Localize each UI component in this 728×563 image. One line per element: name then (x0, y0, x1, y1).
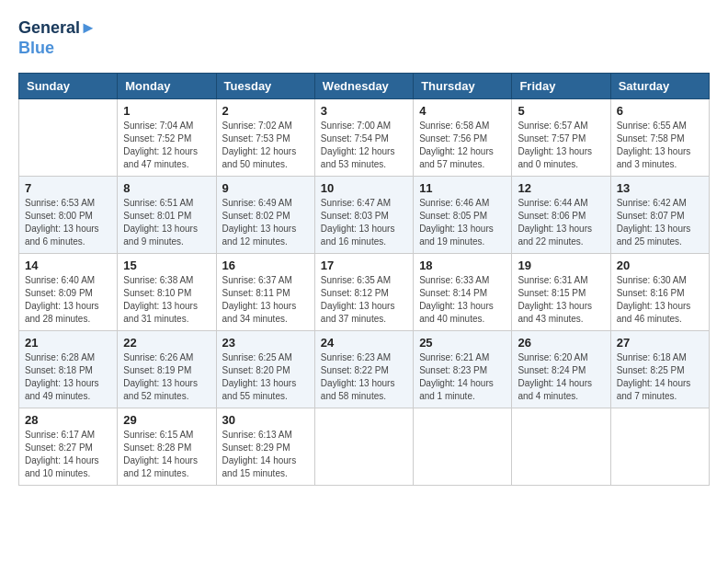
day-header-thursday: Thursday (414, 74, 512, 99)
day-number: 6 (617, 104, 703, 118)
day-number: 11 (419, 181, 506, 195)
calendar-cell: 1Sunrise: 7:04 AM Sunset: 7:52 PM Daylig… (118, 99, 216, 177)
day-info: Sunrise: 6:44 AM Sunset: 8:06 PM Dayligh… (518, 197, 604, 248)
day-info: Sunrise: 6:17 AM Sunset: 8:27 PM Dayligh… (25, 429, 111, 480)
day-number: 19 (518, 259, 604, 272)
day-info: Sunrise: 7:04 AM Sunset: 7:52 PM Dayligh… (123, 120, 210, 171)
day-header-friday: Friday (512, 74, 610, 99)
day-info: Sunrise: 6:53 AM Sunset: 8:00 PM Dayligh… (25, 197, 111, 248)
day-info: Sunrise: 6:49 AM Sunset: 8:02 PM Dayligh… (222, 197, 309, 248)
day-number: 14 (25, 259, 111, 272)
day-header-saturday: Saturday (610, 74, 709, 99)
day-number: 10 (321, 181, 407, 195)
day-number: 26 (518, 336, 604, 350)
day-number: 9 (222, 181, 309, 195)
day-info: Sunrise: 6:38 AM Sunset: 8:10 PM Dayligh… (123, 274, 210, 326)
calendar-cell: 15Sunrise: 6:38 AM Sunset: 8:10 PM Dayli… (118, 254, 216, 331)
day-number: 1 (123, 104, 210, 118)
calendar-cell: 2Sunrise: 7:02 AM Sunset: 7:53 PM Daylig… (216, 99, 314, 177)
day-info: Sunrise: 6:35 AM Sunset: 8:12 PM Dayligh… (321, 274, 407, 326)
day-info: Sunrise: 6:15 AM Sunset: 8:28 PM Dayligh… (123, 429, 210, 480)
calendar-week-2: 7Sunrise: 6:53 AM Sunset: 8:00 PM Daylig… (19, 177, 710, 254)
calendar-cell: 26Sunrise: 6:20 AM Sunset: 8:24 PM Dayli… (512, 331, 610, 408)
day-number: 20 (617, 259, 703, 272)
logo-text: General► (18, 18, 97, 39)
day-number: 30 (222, 413, 309, 427)
calendar-cell: 22Sunrise: 6:26 AM Sunset: 8:19 PM Dayli… (118, 331, 216, 408)
page-header: General► Blue (18, 18, 710, 58)
day-header-tuesday: Tuesday (216, 74, 314, 99)
day-info: Sunrise: 6:57 AM Sunset: 7:57 PM Dayligh… (518, 120, 604, 171)
calendar-cell: 28Sunrise: 6:17 AM Sunset: 8:27 PM Dayli… (19, 408, 118, 486)
calendar-cell: 23Sunrise: 6:25 AM Sunset: 8:20 PM Dayli… (216, 331, 314, 408)
day-number: 24 (321, 336, 407, 350)
day-info: Sunrise: 7:02 AM Sunset: 7:53 PM Dayligh… (222, 120, 309, 171)
calendar-cell: 14Sunrise: 6:40 AM Sunset: 8:09 PM Dayli… (19, 254, 118, 331)
day-number: 5 (518, 104, 604, 118)
calendar-cell: 10Sunrise: 6:47 AM Sunset: 8:03 PM Dayli… (314, 177, 413, 254)
calendar-cell: 30Sunrise: 6:13 AM Sunset: 8:29 PM Dayli… (216, 408, 314, 486)
day-info: Sunrise: 6:40 AM Sunset: 8:09 PM Dayligh… (25, 274, 111, 326)
calendar-cell (414, 408, 512, 486)
day-info: Sunrise: 6:20 AM Sunset: 8:24 PM Dayligh… (518, 351, 604, 403)
calendar-cell: 6Sunrise: 6:55 AM Sunset: 7:58 PM Daylig… (610, 99, 709, 177)
calendar-cell: 11Sunrise: 6:46 AM Sunset: 8:05 PM Dayli… (414, 177, 512, 254)
calendar-body: 1Sunrise: 7:04 AM Sunset: 7:52 PM Daylig… (19, 99, 710, 486)
day-info: Sunrise: 6:51 AM Sunset: 8:01 PM Dayligh… (123, 197, 210, 248)
day-info: Sunrise: 6:23 AM Sunset: 8:22 PM Dayligh… (321, 351, 407, 403)
calendar-cell: 13Sunrise: 6:42 AM Sunset: 8:07 PM Dayli… (610, 177, 709, 254)
day-info: Sunrise: 7:00 AM Sunset: 7:54 PM Dayligh… (321, 120, 407, 171)
day-info: Sunrise: 6:47 AM Sunset: 8:03 PM Dayligh… (321, 197, 407, 248)
calendar-cell: 9Sunrise: 6:49 AM Sunset: 8:02 PM Daylig… (216, 177, 314, 254)
day-info: Sunrise: 6:37 AM Sunset: 8:11 PM Dayligh… (222, 274, 309, 326)
day-number: 27 (617, 336, 703, 350)
calendar-cell (512, 408, 610, 486)
calendar-week-4: 21Sunrise: 6:28 AM Sunset: 8:18 PM Dayli… (19, 331, 710, 408)
day-number: 13 (617, 181, 703, 195)
logo: General► Blue (18, 18, 97, 58)
day-info: Sunrise: 6:28 AM Sunset: 8:18 PM Dayligh… (25, 351, 111, 403)
day-number: 12 (518, 181, 604, 195)
calendar-cell: 18Sunrise: 6:33 AM Sunset: 8:14 PM Dayli… (414, 254, 512, 331)
calendar-cell: 4Sunrise: 6:58 AM Sunset: 7:56 PM Daylig… (414, 99, 512, 177)
calendar-cell: 21Sunrise: 6:28 AM Sunset: 8:18 PM Dayli… (19, 331, 118, 408)
calendar-week-5: 28Sunrise: 6:17 AM Sunset: 8:27 PM Dayli… (19, 408, 710, 486)
calendar-cell: 27Sunrise: 6:18 AM Sunset: 8:25 PM Dayli… (610, 331, 709, 408)
calendar-week-3: 14Sunrise: 6:40 AM Sunset: 8:09 PM Dayli… (19, 254, 710, 331)
day-number: 2 (222, 104, 309, 118)
day-info: Sunrise: 6:58 AM Sunset: 7:56 PM Dayligh… (419, 120, 506, 171)
day-info: Sunrise: 6:46 AM Sunset: 8:05 PM Dayligh… (419, 197, 506, 248)
calendar-header-row: SundayMondayTuesdayWednesdayThursdayFrid… (19, 74, 710, 99)
calendar-cell: 19Sunrise: 6:31 AM Sunset: 8:15 PM Dayli… (512, 254, 610, 331)
day-info: Sunrise: 6:13 AM Sunset: 8:29 PM Dayligh… (222, 429, 309, 480)
logo-text2: Blue (18, 39, 97, 59)
day-number: 3 (321, 104, 407, 118)
day-info: Sunrise: 6:26 AM Sunset: 8:19 PM Dayligh… (123, 351, 210, 403)
day-info: Sunrise: 6:18 AM Sunset: 8:25 PM Dayligh… (617, 351, 703, 403)
calendar-cell (314, 408, 413, 486)
day-number: 18 (419, 259, 506, 272)
day-number: 4 (419, 104, 506, 118)
day-info: Sunrise: 6:55 AM Sunset: 7:58 PM Dayligh… (617, 120, 703, 171)
calendar-week-1: 1Sunrise: 7:04 AM Sunset: 7:52 PM Daylig… (19, 99, 710, 177)
day-number: 15 (123, 259, 210, 272)
day-number: 17 (321, 259, 407, 272)
day-info: Sunrise: 6:42 AM Sunset: 8:07 PM Dayligh… (617, 197, 703, 248)
day-info: Sunrise: 6:31 AM Sunset: 8:15 PM Dayligh… (518, 274, 604, 326)
day-number: 22 (123, 336, 210, 350)
calendar-cell: 5Sunrise: 6:57 AM Sunset: 7:57 PM Daylig… (512, 99, 610, 177)
day-number: 28 (25, 413, 111, 427)
calendar-cell: 20Sunrise: 6:30 AM Sunset: 8:16 PM Dayli… (610, 254, 709, 331)
day-number: 7 (25, 181, 111, 195)
calendar-cell: 7Sunrise: 6:53 AM Sunset: 8:00 PM Daylig… (19, 177, 118, 254)
calendar-cell: 3Sunrise: 7:00 AM Sunset: 7:54 PM Daylig… (314, 99, 413, 177)
day-info: Sunrise: 6:25 AM Sunset: 8:20 PM Dayligh… (222, 351, 309, 403)
day-info: Sunrise: 6:30 AM Sunset: 8:16 PM Dayligh… (617, 274, 703, 326)
calendar-cell: 24Sunrise: 6:23 AM Sunset: 8:22 PM Dayli… (314, 331, 413, 408)
calendar-cell: 16Sunrise: 6:37 AM Sunset: 8:11 PM Dayli… (216, 254, 314, 331)
day-number: 21 (25, 336, 111, 350)
day-header-wednesday: Wednesday (314, 74, 413, 99)
day-info: Sunrise: 6:33 AM Sunset: 8:14 PM Dayligh… (419, 274, 506, 326)
day-number: 16 (222, 259, 309, 272)
day-number: 8 (123, 181, 210, 195)
